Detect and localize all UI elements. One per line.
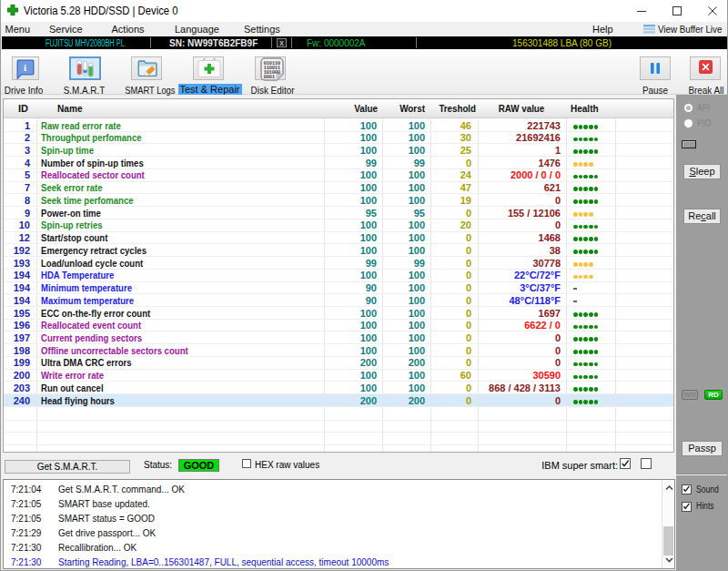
svg-text:i: i xyxy=(24,62,26,73)
svg-text:0001: 0001 xyxy=(263,74,275,80)
